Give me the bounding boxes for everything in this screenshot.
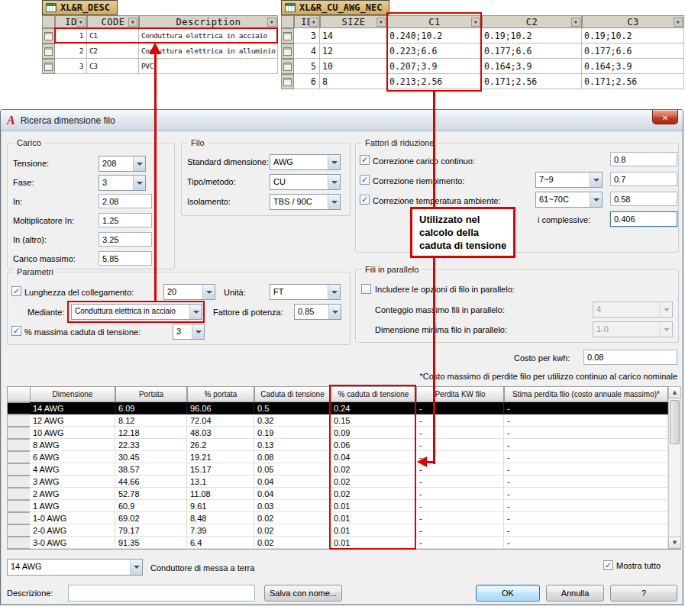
moltiplicatore-field[interactable]: 1.25 — [99, 213, 152, 227]
sheet-row-selector[interactable] — [42, 59, 55, 74]
grid-cell[interactable]: 91.35 — [115, 537, 187, 549]
grid-cell[interactable]: - — [504, 451, 668, 463]
lunghezza-checkbox[interactable]: ✓ — [11, 286, 21, 296]
grid-column-header[interactable]: Perdita KW filo — [416, 386, 504, 402]
grid-column-header[interactable]: Portata — [115, 386, 187, 402]
sheet-column-header[interactable]: C3▼ — [582, 15, 684, 28]
grid-cell[interactable]: - — [416, 500, 504, 512]
grid-cell[interactable]: 2 AWG — [30, 488, 115, 500]
temperatura-combo[interactable]: 61~70C — [535, 192, 603, 208]
filter-dropdown-icon[interactable]: ▼ — [128, 18, 137, 27]
grid-cell[interactable]: - — [416, 427, 504, 439]
grid-row-selector[interactable] — [7, 488, 31, 500]
filter-dropdown-icon[interactable]: ▼ — [267, 18, 276, 27]
grid-cell[interactable]: 79.17 — [115, 524, 187, 537]
grid-cell[interactable]: - — [416, 463, 504, 476]
sheet-awg-tab[interactable]: XL&R_CU_AWG_NEC — [281, 0, 389, 15]
grid-cell[interactable]: 13.1 — [187, 476, 254, 488]
complessive-field[interactable]: 0.406 — [610, 211, 677, 227]
correzione-riempimento-checkbox[interactable]: ✓ — [360, 175, 370, 185]
sheet-cell[interactable]: C2 — [87, 44, 139, 59]
grid-cell[interactable]: 2-0 AWG — [30, 524, 115, 537]
ground-size-combo[interactable]: 14 AWG — [7, 559, 143, 576]
grid-cell[interactable]: 8.48 — [187, 512, 254, 524]
filter-dropdown-icon[interactable]: ▼ — [309, 18, 318, 27]
sheet-cell[interactable]: 2 — [55, 44, 87, 59]
grid-cell[interactable]: 48.03 — [187, 427, 254, 439]
chevron-down-icon[interactable] — [192, 324, 204, 339]
chevron-down-icon[interactable] — [328, 195, 340, 209]
grid-cell[interactable]: 0.02 — [254, 524, 331, 537]
chevron-down-icon[interactable] — [130, 560, 142, 575]
grid-cell[interactable]: 0.08 — [254, 451, 331, 463]
sheet-row-selector[interactable] — [42, 28, 55, 44]
chevron-down-icon[interactable] — [328, 175, 340, 189]
sheet-cell[interactable]: 5 — [294, 59, 320, 74]
grid-cell[interactable]: - — [504, 463, 668, 476]
grid-column-header[interactable]: Caduta di tensione — [254, 386, 331, 402]
grid-cell[interactable]: - — [416, 476, 504, 488]
grid-row-selector[interactable] — [7, 427, 31, 439]
grid-cell[interactable]: - — [504, 402, 668, 414]
grid-cell[interactable]: 0.02 — [254, 537, 331, 549]
sheet-cell[interactable]: 12 — [320, 44, 387, 59]
annulla-button[interactable]: Annulla — [546, 585, 604, 601]
caduta-checkbox[interactable]: ✓ — [11, 326, 21, 336]
sheet-cell[interactable]: 3 — [55, 59, 87, 74]
grid-cell[interactable]: 9.61 — [187, 500, 254, 512]
sheet-cell[interactable]: 14 — [320, 28, 387, 44]
chevron-down-icon[interactable] — [328, 305, 341, 319]
grid-row-selector[interactable] — [7, 500, 31, 512]
grid-cell[interactable]: - — [504, 500, 668, 512]
grid-row-selector[interactable] — [7, 414, 31, 427]
isolamento-combo[interactable]: TBS / 90C — [270, 194, 341, 210]
tensione-combo[interactable]: 208 — [99, 156, 146, 172]
sheet-cell[interactable]: 4 — [294, 44, 320, 59]
grid-cell[interactable]: 12.18 — [115, 427, 187, 439]
sheet-cell[interactable]: 6 — [294, 74, 320, 89]
grid-cell[interactable]: 11.08 — [187, 488, 254, 500]
grid-cell[interactable]: 44.66 — [115, 476, 187, 488]
grid-cell[interactable]: 6.4 — [187, 537, 254, 549]
grid-cell[interactable]: - — [416, 414, 504, 427]
scroll-up-icon[interactable]: ▲ — [668, 386, 681, 398]
grid-cell[interactable]: 0.02 — [254, 512, 331, 524]
grid-cell[interactable]: 4 AWG — [30, 463, 115, 476]
grid-cell[interactable]: - — [416, 524, 504, 537]
help-button[interactable]: ? — [610, 585, 677, 601]
grid-cell[interactable]: 30.45 — [115, 451, 187, 463]
grid-cell[interactable]: 38.57 — [115, 463, 187, 476]
sheet-cell[interactable]: 0.177;6.6 — [582, 44, 684, 59]
grid-cell[interactable]: 1-0 AWG — [30, 512, 115, 524]
scroll-thumb[interactable] — [670, 400, 680, 444]
grid-cell[interactable]: 6.09 — [115, 402, 187, 414]
grid-cell[interactable]: 3 AWG — [30, 476, 115, 488]
grid-row-selector[interactable] — [7, 512, 31, 524]
grid-cell[interactable]: 26.2 — [187, 439, 254, 451]
parallelo-checkbox[interactable] — [361, 284, 371, 294]
chevron-down-icon[interactable] — [328, 155, 340, 169]
grid-cell[interactable]: - — [416, 402, 504, 414]
grid-cell[interactable]: 19.21 — [187, 451, 254, 463]
grid-cell[interactable]: 12 AWG — [30, 414, 115, 427]
grid-cell[interactable]: 72.04 — [187, 414, 254, 427]
dialog-titlebar[interactable]: A Ricerca dimensione filo ✕ — [1, 110, 683, 131]
sheet-cell[interactable]: 0.164;3.9 — [482, 59, 582, 74]
grid-cell[interactable]: 22.33 — [115, 439, 187, 451]
correzione-temperatura-checkbox[interactable]: ✓ — [360, 195, 370, 205]
sheet-row-selector[interactable] — [281, 74, 294, 89]
sheet-column-header[interactable]: Description▼ — [139, 15, 278, 28]
grid-cell[interactable]: - — [504, 414, 668, 427]
grid-cell[interactable]: 0.32 — [254, 414, 331, 427]
grid-cell[interactable]: - — [504, 427, 668, 439]
filter-dropdown-icon[interactable]: ▼ — [376, 18, 386, 27]
sheet-desc-tab[interactable]: XL&R_DESC — [42, 0, 118, 15]
descrizione-field[interactable] — [68, 585, 255, 601]
grid-cell[interactable]: 52.78 — [115, 488, 187, 500]
sheet-row-selector[interactable] — [281, 28, 294, 44]
grid-cell[interactable]: 0.04 — [254, 488, 331, 500]
fattore-potenza-combo[interactable]: 0.85 — [294, 304, 341, 320]
grid-cell[interactable]: 0.03 — [254, 500, 331, 512]
chevron-down-icon[interactable] — [328, 285, 340, 299]
sheet-row-selector[interactable] — [281, 59, 294, 74]
